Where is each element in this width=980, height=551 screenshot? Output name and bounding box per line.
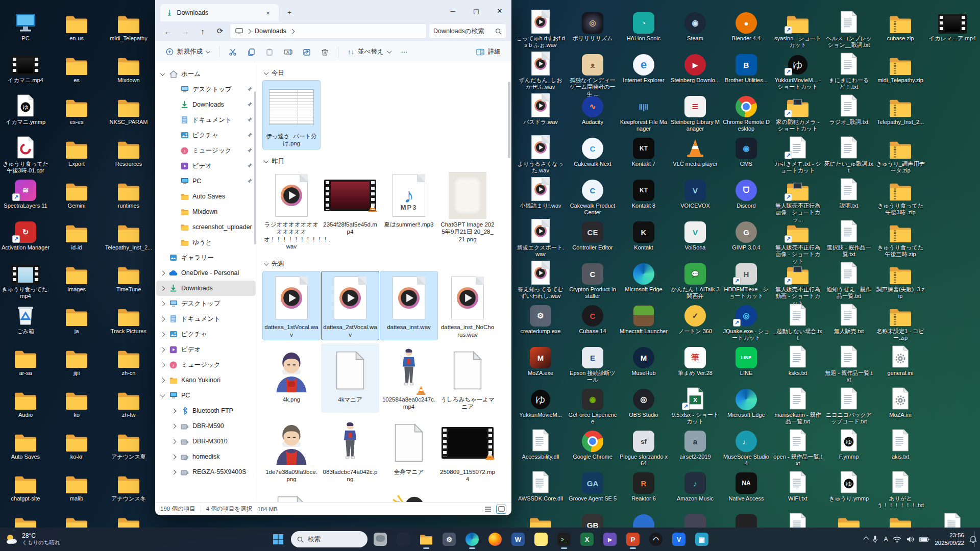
- file-item[interactable]: 1de7e38a09fa9bce.png: [262, 416, 321, 485]
- file-item[interactable]: ♪MP3夏はsummer!!.mp3: [380, 168, 438, 253]
- desktop-icon[interactable]: こってゅh dすおf d s b ふぉ.wav: [516, 8, 565, 49]
- desktop-icon[interactable]: Minecraft Launcher: [619, 301, 668, 335]
- desktop-icon[interactable]: en-us: [52, 8, 101, 42]
- desktop-icon[interactable]: id-id: [52, 217, 101, 251]
- taskbar-excel-app-icon[interactable]: X: [577, 529, 597, 549]
- sidebar-item-bluetooth-ftp[interactable]: Bluetooth FTP: [167, 403, 256, 418]
- desktop-icon[interactable]: 無人販売.txt: [824, 301, 873, 335]
- desktop-icon[interactable]: ↗家の防犯カメラ - ショートカット: [773, 92, 822, 133]
- back-button[interactable]: ←: [160, 24, 176, 38]
- desktop-icon[interactable]: jijii: [52, 343, 101, 377]
- cut-button[interactable]: [224, 44, 241, 60]
- desktop-icon[interactable]: _起動しない場合.txt: [773, 301, 822, 342]
- desktop-icon[interactable]: ◎↗JQuake.exe - ショートカット: [722, 301, 771, 342]
- sidebar-item--[interactable]: ギャラリー: [156, 250, 256, 265]
- desktop-icon[interactable]: GB: [568, 510, 617, 528]
- desktop-icon[interactable]: VLC media player: [671, 134, 720, 167]
- desktop-icon[interactable]: MMoZA.exe: [516, 343, 565, 377]
- search-box[interactable]: Downloadsの検索: [429, 23, 506, 39]
- taskbar-search[interactable]: 検索: [291, 531, 368, 547]
- desktop-icon[interactable]: runtimes: [104, 176, 153, 209]
- desktop-icon[interactable]: CCakewalk Next: [568, 134, 617, 167]
- file-item[interactable]: 全身マニア: [380, 416, 438, 485]
- desktop-icon[interactable]: sfPlogue sforzando x64: [619, 427, 668, 467]
- desktop-icon[interactable]: 選択肢 - 親作品一覧.txt: [824, 217, 873, 258]
- desktop-icon[interactable]: ▶Steinberg Downlo...: [671, 50, 720, 84]
- desktop-icon[interactable]: H↗HDDFMT.exe - ショートカット: [722, 259, 771, 300]
- desktop-icon[interactable]: zh-tw: [104, 385, 153, 418]
- taskbar-settings-app-icon[interactable]: ⚙: [439, 529, 459, 549]
- desktop-icon[interactable]: ゆYukkuriMovieM...: [516, 385, 565, 418]
- sidebar-item--[interactable]: ♪ ミュージック: [156, 357, 256, 372]
- desktop-icon[interactable]: midi_Telepathy: [104, 8, 153, 42]
- taskbar-voicevox-app-icon[interactable]: V: [669, 529, 689, 549]
- file-item[interactable]: 250809_1155072.mp4: [438, 416, 497, 485]
- desktop-icon[interactable]: VVOICEVOX: [671, 176, 720, 209]
- desktop-icon[interactable]: ∿Audacity: [568, 92, 617, 126]
- file-item[interactable]: 2354f28f5af5e45d.mp4: [321, 168, 379, 253]
- desktop-icon[interactable]: 無題 - 親作品一覧.txt: [824, 343, 873, 384]
- desktop-icon[interactable]: Images: [52, 259, 101, 293]
- wifi-icon[interactable]: [893, 536, 901, 543]
- desktop-icon[interactable]: TimeTune: [104, 259, 153, 293]
- sidebar-item--[interactable]: ドキュメント: [156, 311, 256, 327]
- desktop-icon[interactable]: X↗9.5.xlsx - ショートカット: [671, 385, 720, 425]
- taskbar-purple-media-app-icon[interactable]: ▶: [600, 529, 620, 549]
- weather-widget[interactable]: 28°C くもりのち晴れ: [5, 532, 60, 546]
- desktop-icon[interactable]: Microsoft Edge: [619, 259, 668, 293]
- desktop-icon[interactable]: ごみ箱: [1, 301, 50, 335]
- taskbar-word-app-icon[interactable]: W: [508, 529, 528, 549]
- start-button[interactable]: [268, 529, 288, 549]
- desktop-icon[interactable]: [516, 510, 565, 528]
- desktop-icon[interactable]: ◔HALion Sonic: [619, 8, 668, 42]
- taskbar-hippo-app-icon[interactable]: [370, 529, 390, 549]
- sidebar-item--[interactable]: ♪ ミュージック: [167, 143, 256, 158]
- desktop-icon[interactable]: PC: [1, 8, 50, 42]
- desktop-icon[interactable]: VVoiSona: [671, 217, 720, 251]
- desktop-icon[interactable]: Track Pictures: [104, 301, 153, 335]
- desktop-icon[interactable]: ↗syasinn - ショートカット: [773, 8, 822, 49]
- desktop-icon[interactable]: KTKontakt 7: [619, 134, 668, 167]
- desktop-icon[interactable]: アナウンス冬: [104, 468, 153, 502]
- desktop-icon[interactable]: open - 親作品一覧.txt: [773, 427, 822, 467]
- desktop-icon[interactable]: 答え知ってるてむずいわれし.wav: [516, 259, 565, 300]
- desktop-icon[interactable]: ᗜDiscord: [722, 176, 771, 209]
- sidebar-item-kano-yukinori[interactable]: Kano Yukinori: [156, 372, 256, 388]
- sidebar-item-dbr-m590[interactable]: DBR-M590: [167, 418, 256, 434]
- desktop-icon[interactable]: きゅうり_調声用データ.zip: [876, 134, 925, 174]
- file-item[interactable]: 4k.png: [262, 343, 321, 413]
- desktop-icon[interactable]: ◎OBS Studio: [619, 385, 668, 418]
- desktop-icon[interactable]: AWSSDK.Core.dll: [516, 468, 565, 502]
- maximize-button[interactable]: ▢: [464, 0, 488, 21]
- taskbar-terminal-icon[interactable]: >_: [554, 529, 574, 549]
- desktop-icon[interactable]: Chrome Remote Desktop: [722, 92, 771, 133]
- desktop-icon[interactable]: [722, 510, 771, 528]
- desktop-icon[interactable]: ありがとう！！！！！！.txt: [876, 468, 925, 509]
- desktop-icon[interactable]: ずんだもん_しおかぜふ.wav: [516, 50, 565, 91]
- desktop-icon[interactable]: midi_Telepathy.zip: [876, 50, 925, 84]
- desktop-icon[interactable]: ksks.txt: [773, 343, 822, 377]
- clock[interactable]: 23:56 2025/09/22: [935, 532, 964, 547]
- taskbar-sticky-notes-icon[interactable]: [531, 529, 551, 549]
- desktop-icon[interactable]: ⚙createdump.exe: [516, 301, 565, 335]
- desktop-icon[interactable]: BBrother Utilities...: [722, 50, 771, 84]
- sidebar-item-dbr-m3010[interactable]: DBR-M3010: [167, 434, 256, 449]
- desktop-icon[interactable]: cubase.zip: [876, 8, 925, 42]
- file-item[interactable]: dattesa_inst_NoChorus.wav: [438, 271, 497, 340]
- share-button[interactable]: [298, 44, 315, 60]
- desktop-icon[interactable]: KTKontakt 8: [619, 176, 668, 209]
- file-item[interactable]: 伊っ達さ_パート分け.png: [262, 80, 321, 149]
- desktop-icon[interactable]: Audio: [1, 385, 50, 418]
- desktop-icon[interactable]: es-es: [52, 92, 101, 126]
- desktop-icon[interactable]: WIFI.txt: [773, 468, 822, 502]
- desktop-icon[interactable]: [52, 510, 101, 528]
- desktop-icon[interactable]: MMuseHub: [619, 343, 668, 377]
- new-button[interactable]: 新規作成: [161, 44, 214, 60]
- sidebar-item--[interactable]: ビデオ: [167, 158, 256, 173]
- file-item[interactable]: ChatGPT Image 2025年9月21日 20_28_21.png: [438, 168, 497, 253]
- desktop-icon[interactable]: Google Chrome: [568, 427, 617, 460]
- desktop-icon[interactable]: CCubase 14: [568, 301, 617, 335]
- desktop-icon[interactable]: NKSC_PARAM: [104, 92, 153, 126]
- desktop-icon[interactable]: Gemini: [52, 176, 101, 209]
- sidebar-item-pc[interactable]: PC: [156, 388, 256, 403]
